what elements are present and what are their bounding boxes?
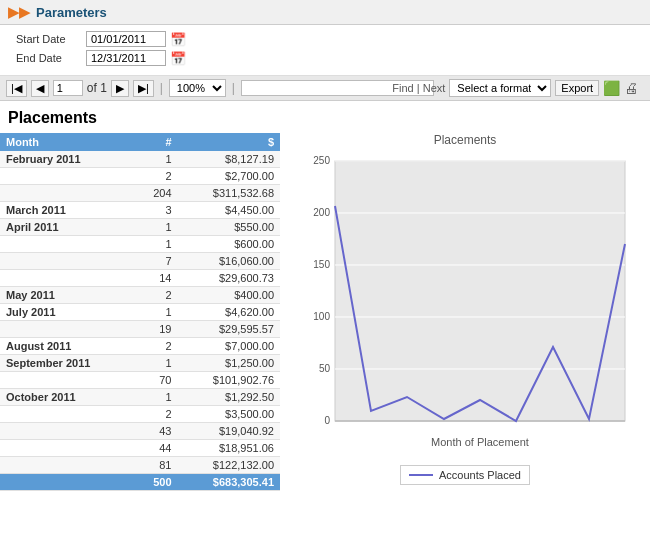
table-row: 70$101,902.76 — [0, 372, 280, 389]
cell-month: July 2011 — [0, 304, 135, 321]
cell-amount: $1,250.00 — [178, 355, 281, 372]
cell-num: 2 — [135, 338, 178, 355]
printer-icon[interactable]: 🖨 — [624, 80, 638, 96]
cell-num: 1 — [135, 151, 178, 168]
excel-icon[interactable]: 🟩 — [603, 80, 620, 96]
content-area: Month # $ February 20111$8,127.192$2,700… — [0, 133, 650, 491]
col-month: Month — [0, 133, 135, 151]
format-select[interactable]: Select a format — [449, 79, 551, 97]
cell-amount: $3,500.00 — [178, 406, 281, 423]
table-area: Month # $ February 20111$8,127.192$2,700… — [0, 133, 280, 491]
cell-month — [0, 236, 135, 253]
last-page-btn[interactable]: ▶| — [133, 80, 154, 97]
start-calendar-icon[interactable]: 📅 — [170, 32, 186, 47]
cell-amount: $8,127.19 — [178, 151, 281, 168]
cell-amount: $2,700.00 — [178, 168, 281, 185]
cell-num: 2 — [135, 287, 178, 304]
cell-num: 81 — [135, 457, 178, 474]
end-calendar-icon[interactable]: 📅 — [170, 51, 186, 66]
table-row: September 20111$1,250.00 — [0, 355, 280, 372]
cell-month — [0, 406, 135, 423]
date-params: Start Date 📅 End Date 📅 — [0, 25, 650, 76]
cell-num: 19 — [135, 321, 178, 338]
table-row: 43$19,040.92 — [0, 423, 280, 440]
page-of: of 1 — [87, 81, 107, 95]
sep1: | — [160, 81, 163, 95]
end-date-label: End Date — [16, 52, 86, 64]
total-cell: $683,305.41 — [178, 474, 281, 491]
svg-text:50: 50 — [319, 363, 331, 374]
cell-month — [0, 185, 135, 202]
cell-amount: $101,902.76 — [178, 372, 281, 389]
chart-title: Placements — [434, 133, 497, 147]
params-icon: ▶▶ — [8, 4, 30, 20]
table-row: 204$311,532.68 — [0, 185, 280, 202]
end-date-row: End Date 📅 — [16, 50, 634, 66]
cell-month — [0, 168, 135, 185]
cell-amount: $122,132.00 — [178, 457, 281, 474]
page-input[interactable] — [53, 80, 83, 96]
table-row: 81$122,132.00 — [0, 457, 280, 474]
cell-num: 2 — [135, 168, 178, 185]
cell-month — [0, 270, 135, 287]
cell-num: 2 — [135, 406, 178, 423]
cell-num: 7 — [135, 253, 178, 270]
cell-amount: $4,450.00 — [178, 202, 281, 219]
zoom-select[interactable]: 100% 75% 150% — [169, 79, 226, 97]
cell-amount: $1,292.50 — [178, 389, 281, 406]
legend-line — [409, 474, 433, 476]
table-row: April 20111$550.00 — [0, 219, 280, 236]
cell-month: March 2011 — [0, 202, 135, 219]
table-row: 44$18,951.06 — [0, 440, 280, 457]
cell-amount: $7,000.00 — [178, 338, 281, 355]
col-num: # — [135, 133, 178, 151]
cell-month — [0, 440, 135, 457]
cell-month: August 2011 — [0, 338, 135, 355]
total-cell — [0, 474, 135, 491]
table-row: October 20111$1,292.50 — [0, 389, 280, 406]
toolbar: |◀ ◀ of 1 ▶ ▶| | 100% 75% 150% | Find | … — [0, 76, 650, 101]
main-content: Placements Month # $ February 20111$8,12… — [0, 101, 650, 491]
cell-amount: $16,060.00 — [178, 253, 281, 270]
chart-area: Placements 0 50 100 150 — [280, 133, 650, 485]
cell-amount: $18,951.06 — [178, 440, 281, 457]
params-bar: ▶▶ Parameters — [0, 0, 650, 25]
cell-month — [0, 423, 135, 440]
cell-num: 70 — [135, 372, 178, 389]
cell-amount: $311,532.68 — [178, 185, 281, 202]
svg-rect-0 — [335, 161, 625, 421]
table-row: 7$16,060.00 — [0, 253, 280, 270]
table-row: March 20113$4,450.00 — [0, 202, 280, 219]
cell-num: 1 — [135, 389, 178, 406]
start-date-input[interactable] — [86, 31, 166, 47]
cell-month — [0, 372, 135, 389]
prev-page-btn[interactable]: ◀ — [31, 80, 49, 97]
svg-text:Month of Placement: Month of Placement — [431, 436, 529, 448]
find-next-label[interactable]: Find | Next — [392, 82, 445, 94]
next-page-btn[interactable]: ▶ — [111, 80, 129, 97]
sep2: | — [232, 81, 235, 95]
cell-amount: $29,600.73 — [178, 270, 281, 287]
cell-num: 1 — [135, 304, 178, 321]
cell-amount: $4,620.00 — [178, 304, 281, 321]
cell-amount: $600.00 — [178, 236, 281, 253]
cell-month: September 2011 — [0, 355, 135, 372]
end-date-input[interactable] — [86, 50, 166, 66]
svg-text:100: 100 — [313, 311, 330, 322]
cell-month — [0, 457, 135, 474]
export-btn[interactable]: Export — [555, 80, 599, 96]
cell-month: April 2011 — [0, 219, 135, 236]
legend-label: Accounts Placed — [439, 469, 521, 481]
cell-num: 44 — [135, 440, 178, 457]
first-page-btn[interactable]: |◀ — [6, 80, 27, 97]
start-date-row: Start Date 📅 — [16, 31, 634, 47]
cell-num: 43 — [135, 423, 178, 440]
params-title: Parameters — [36, 5, 107, 20]
cell-num: 1 — [135, 219, 178, 236]
chart-legend: Accounts Placed — [400, 465, 530, 485]
table-row: 14$29,600.73 — [0, 270, 280, 287]
cell-num: 1 — [135, 355, 178, 372]
svg-text:150: 150 — [313, 259, 330, 270]
total-row: 500$683,305.41 — [0, 474, 280, 491]
cell-month: February 2011 — [0, 151, 135, 168]
